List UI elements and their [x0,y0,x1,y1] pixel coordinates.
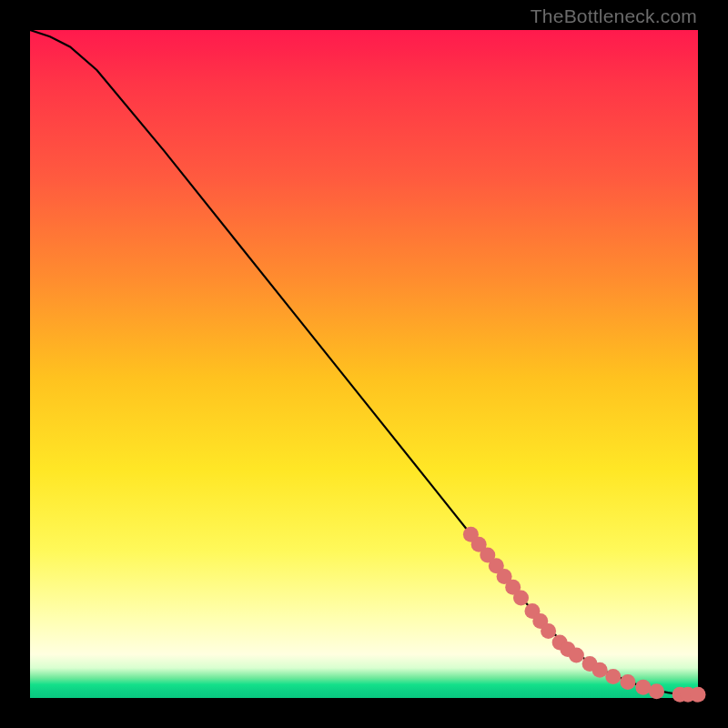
watermark-text: TheBottleneck.com [531,5,697,27]
data-marker [649,683,664,699]
data-marker [620,674,635,690]
markers-group [463,527,706,703]
data-marker [592,662,608,678]
data-marker [513,590,529,605]
data-marker [635,680,651,695]
curve-line [30,30,698,694]
data-marker [569,648,584,663]
chart-svg [30,30,698,698]
data-marker [691,687,706,703]
chart-frame: TheBottleneck.com [0,0,728,728]
data-marker [541,623,556,639]
data-marker [605,669,621,684]
